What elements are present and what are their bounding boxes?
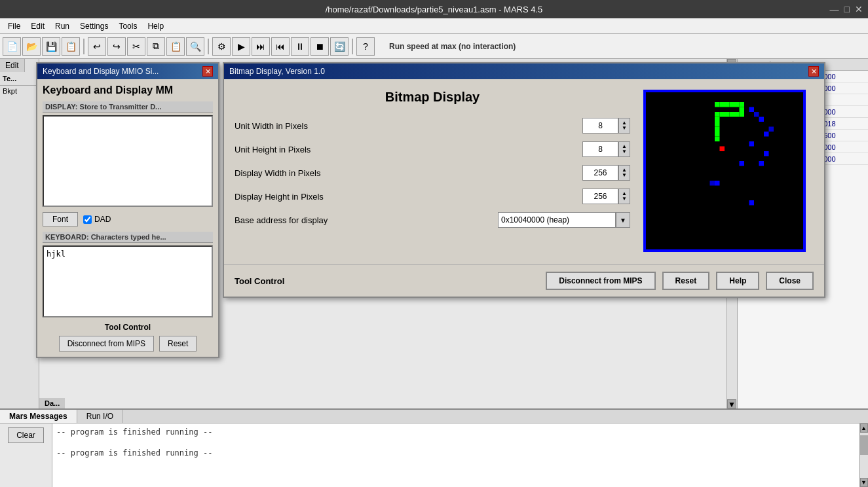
kbd-dialog: Keyboard and Display MMIO Si... ✕ Keyboa… bbox=[36, 62, 219, 358]
console-scrollbar[interactable]: ▲ ▼ bbox=[859, 424, 868, 487]
dad-checkbox[interactable] bbox=[83, 215, 92, 224]
kbd-tool-control-label: Tool Control bbox=[43, 323, 213, 332]
window-controls[interactable]: — □ ✕ bbox=[830, 4, 863, 14]
font-area: Font DAD bbox=[43, 212, 213, 226]
bitmap-canvas bbox=[643, 90, 806, 252]
close-btn[interactable]: ✕ bbox=[855, 4, 863, 14]
display-width-spinner[interactable]: ▲ ▼ bbox=[618, 165, 630, 181]
run-io-tab[interactable]: Run I/O bbox=[77, 410, 123, 423]
console-scroll-thumb[interactable] bbox=[860, 435, 868, 455]
display-section-label: DISPLAY: Store to Transmitter D... bbox=[43, 101, 213, 113]
menu-bar: File Edit Run Settings Tools Help bbox=[0, 18, 868, 34]
kbd-content: hjkl bbox=[47, 249, 66, 259]
mars-messages-tab[interactable]: Mars Messages bbox=[0, 410, 77, 423]
bitmap-disconnect-btn[interactable]: Disconnect from MIPS bbox=[546, 272, 655, 290]
bottom-panel: Mars Messages Run I/O Clear -- program i… bbox=[0, 408, 868, 487]
base-address-field[interactable] bbox=[498, 212, 616, 228]
cut-btn[interactable]: ✂ bbox=[127, 37, 145, 56]
redo-btn[interactable]: ↪ bbox=[107, 37, 126, 56]
maximize-btn[interactable]: □ bbox=[844, 4, 850, 14]
toolbar: 📄 📂 💾 📋 ↩ ↪ ✂ ⧉ 📋 🔍 ⚙ ▶ ⏭ ⏮ ⏸ ⏹ 🔄 ? Run … bbox=[0, 34, 868, 59]
backstep-btn[interactable]: ⏮ bbox=[271, 37, 290, 56]
bitmap-help-btn[interactable]: Help bbox=[716, 272, 759, 290]
edit-tab[interactable]: Edit bbox=[0, 59, 25, 72]
menu-run[interactable]: Run bbox=[50, 20, 75, 32]
font-button[interactable]: Font bbox=[43, 212, 78, 226]
console-output: -- program is finished running -- -- pro… bbox=[52, 424, 859, 487]
unit-width-label: Unit Width in Pixels bbox=[235, 121, 582, 131]
console-scroll-up[interactable]: ▲ bbox=[860, 424, 868, 433]
bitmap-tool-btns: Disconnect from MIPS Reset Help Close bbox=[546, 272, 814, 290]
unit-height-field[interactable] bbox=[582, 141, 618, 157]
run-speed-label: Run speed at max (no interaction) bbox=[389, 42, 516, 51]
kbd-dialog-inner: Keyboard and Display MM DISPLAY: Store t… bbox=[37, 79, 218, 357]
unit-height-row: Unit Height in Pixels ▲ ▼ bbox=[235, 141, 630, 157]
unit-height-label: Unit Height in Pixels bbox=[235, 145, 582, 154]
sep3 bbox=[352, 39, 353, 54]
title-bar: /home/razaf/Downloads/partie5_niveau1.as… bbox=[0, 0, 868, 18]
base-address-label: Base address for display bbox=[235, 215, 498, 225]
bitmap-dialog-title-bar: Bitmap Display, Version 1.0 ✕ bbox=[224, 63, 824, 79]
unit-width-field[interactable] bbox=[582, 118, 618, 134]
display-width-label: Display Width in Pixels bbox=[235, 168, 582, 178]
sep2 bbox=[208, 39, 209, 54]
kbd-input-area[interactable]: hjkl bbox=[43, 245, 213, 317]
help-btn[interactable]: ? bbox=[356, 37, 375, 56]
reset-btn[interactable]: 🔄 bbox=[330, 37, 349, 56]
unit-height-spinner[interactable]: ▲ ▼ bbox=[618, 141, 630, 157]
menu-help[interactable]: Help bbox=[142, 20, 169, 32]
menu-settings[interactable]: Settings bbox=[75, 20, 113, 32]
undo-btn[interactable]: ↩ bbox=[88, 37, 106, 56]
bottom-tabs: Mars Messages Run I/O bbox=[0, 410, 868, 424]
clear-button[interactable]: Clear bbox=[8, 427, 44, 443]
clear-btn-area: Clear bbox=[0, 424, 52, 487]
bitmap-dialog-inner: Bitmap Display Unit Width in Pixels ▲ ▼ … bbox=[224, 79, 824, 264]
kbd-section-label: KEYBOARD: Characters typed he... bbox=[43, 232, 213, 243]
bitmap-dialog: Bitmap Display, Version 1.0 ✕ Bitmap Dis… bbox=[223, 62, 825, 298]
display-width-row: Display Width in Pixels ▲ ▼ bbox=[235, 165, 630, 181]
display-height-spinner[interactable]: ▲ ▼ bbox=[618, 189, 630, 204]
find-btn[interactable]: 🔍 bbox=[186, 37, 204, 56]
sep1 bbox=[83, 39, 85, 54]
console-scroll-down[interactable]: ▼ bbox=[860, 478, 868, 487]
save-btn[interactable]: 💾 bbox=[42, 37, 60, 56]
open-btn[interactable]: 📂 bbox=[22, 37, 41, 56]
assemble-btn[interactable]: ⚙ bbox=[212, 37, 231, 56]
bitmap-reset-btn[interactable]: Reset bbox=[662, 272, 710, 290]
unit-width-spinner[interactable]: ▲ ▼ bbox=[618, 118, 630, 134]
console-line-1: -- program is finished running -- bbox=[56, 427, 855, 437]
kbd-dialog-close-btn[interactable]: ✕ bbox=[202, 66, 213, 77]
scroll-down-btn[interactable]: ▼ bbox=[727, 399, 736, 408]
bitmap-dialog-close-btn[interactable]: ✕ bbox=[808, 66, 819, 77]
dad-checkbox-label[interactable]: DAD bbox=[83, 215, 111, 224]
new-btn[interactable]: 📄 bbox=[3, 37, 21, 56]
bitmap-canvas-area bbox=[643, 90, 814, 254]
bitmap-close-btn[interactable]: Close bbox=[766, 272, 814, 290]
display-width-field[interactable] bbox=[582, 165, 618, 181]
display-height-label: Display Height in Pixels bbox=[235, 192, 582, 202]
display-height-field[interactable] bbox=[582, 189, 618, 204]
menu-edit[interactable]: Edit bbox=[26, 20, 50, 32]
paste-btn[interactable]: 📋 bbox=[166, 37, 185, 56]
menu-file[interactable]: File bbox=[3, 20, 26, 32]
bitmap-dialog-title-text: Bitmap Display, Version 1.0 bbox=[229, 67, 325, 76]
step-btn[interactable]: ⏭ bbox=[252, 37, 270, 56]
display-height-input: ▲ ▼ bbox=[582, 189, 630, 204]
kbd-disconnect-btn[interactable]: Disconnect from MIPS bbox=[59, 336, 154, 352]
window-title: /home/razaf/Downloads/partie5_niveau1.as… bbox=[326, 5, 543, 14]
base-address-dropdown-btn[interactable]: ▼ bbox=[616, 212, 630, 228]
run-btn[interactable]: ▶ bbox=[232, 37, 250, 56]
copy-btn[interactable]: ⧉ bbox=[147, 37, 165, 56]
menu-tools[interactable]: Tools bbox=[113, 20, 142, 32]
bkpt-col: Bkpt bbox=[0, 86, 39, 96]
kbd-reset-btn[interactable]: Reset bbox=[159, 336, 197, 352]
pause-btn[interactable]: ⏸ bbox=[291, 37, 309, 56]
display-area bbox=[43, 115, 213, 207]
dad-label: DAD bbox=[94, 215, 111, 224]
base-address-input: ▼ bbox=[498, 212, 630, 228]
text-tab[interactable]: Te... bbox=[0, 72, 39, 86]
saveas-btn[interactable]: 📋 bbox=[62, 37, 80, 56]
data-tab[interactable]: Da... bbox=[39, 398, 65, 408]
stop-btn[interactable]: ⏹ bbox=[311, 37, 329, 56]
minimize-btn[interactable]: — bbox=[830, 4, 839, 14]
